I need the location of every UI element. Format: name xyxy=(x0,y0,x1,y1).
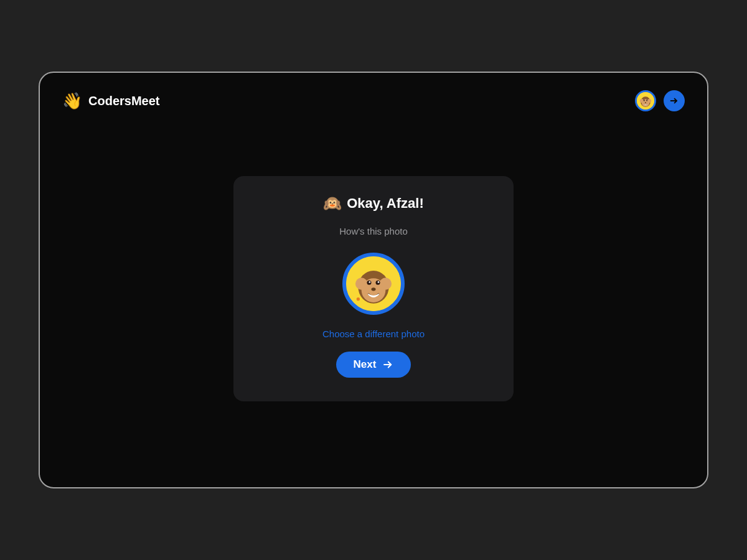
card-subtitle: How's this photo xyxy=(339,226,408,236)
monkey-emoji-icon: 🙉 xyxy=(323,195,342,212)
logout-button[interactable] xyxy=(664,90,685,111)
next-button[interactable]: Next xyxy=(336,352,411,378)
next-button-label: Next xyxy=(354,358,377,371)
choose-different-photo-link[interactable]: Choose a different photo xyxy=(322,329,425,339)
svg-point-7 xyxy=(644,100,645,101)
svg-point-8 xyxy=(647,100,647,101)
svg-point-21 xyxy=(357,297,360,301)
avatar-preview xyxy=(342,253,405,315)
main-content: 🙉 Okay, Afzal! How's this photo xyxy=(62,124,685,454)
svg-point-18 xyxy=(369,281,371,283)
arrow-right-icon xyxy=(669,96,679,106)
svg-point-15 xyxy=(380,278,392,289)
card-title-text: Okay, Afzal! xyxy=(347,195,423,212)
svg-point-3 xyxy=(640,99,644,103)
wave-icon: 👋 xyxy=(62,91,82,111)
svg-point-20 xyxy=(371,287,375,291)
monkey-avatar-icon xyxy=(637,92,654,110)
header: 👋 CodersMeet xyxy=(62,90,685,111)
avatar-small[interactable] xyxy=(635,90,656,111)
arrow-right-icon xyxy=(382,359,393,370)
svg-point-19 xyxy=(378,281,380,283)
header-actions xyxy=(635,90,685,111)
photo-confirmation-card: 🙉 Okay, Afzal! How's this photo xyxy=(233,176,514,401)
logo-text: CodersMeet xyxy=(88,94,159,108)
svg-point-4 xyxy=(647,99,651,103)
monkey-avatar-large-icon xyxy=(346,256,401,311)
logo[interactable]: 👋 CodersMeet xyxy=(62,91,159,111)
svg-point-9 xyxy=(645,102,646,103)
card-title: 🙉 Okay, Afzal! xyxy=(323,195,423,212)
svg-point-14 xyxy=(355,278,367,289)
app-window: 👋 CodersMeet xyxy=(39,72,708,488)
